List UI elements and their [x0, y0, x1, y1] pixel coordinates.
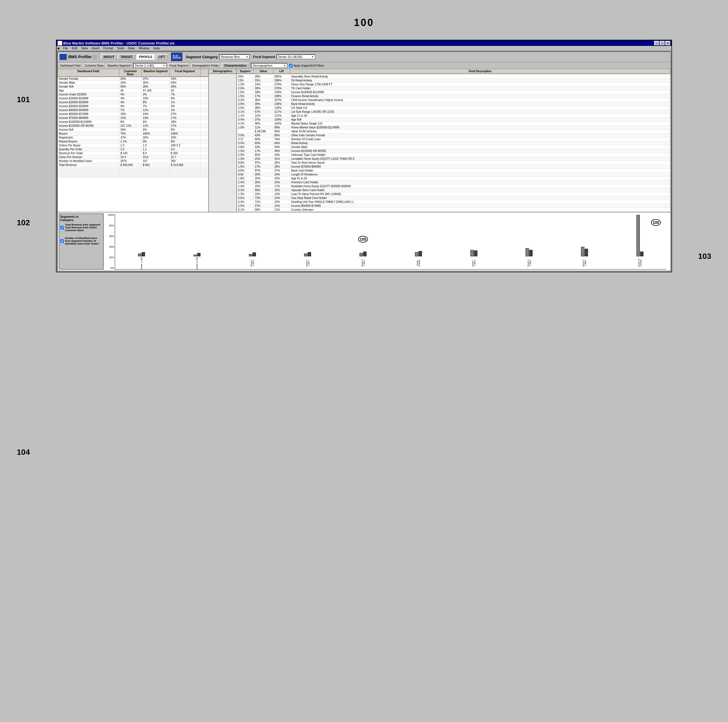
row-value: 4% [119, 93, 142, 96]
menu-tools[interactable]: Tools [115, 46, 126, 50]
bar-label: Decile 7 (>$45) [472, 257, 476, 269]
y-label-40: 40% [104, 246, 114, 248]
row-value: 10% [142, 96, 170, 100]
users-bar [142, 252, 145, 256]
maximize-button[interactable]: □ [660, 41, 665, 45]
row-value: 35% [142, 81, 170, 84]
th-support: Support [237, 69, 254, 73]
baseline-segment-dropdown[interactable]: Decile 2 (>$0) ▼ [133, 63, 167, 68]
menu-insert[interactable]: Insert [90, 46, 101, 50]
row-value: 1.3 [119, 143, 142, 147]
menu-help[interactable]: Help [152, 46, 162, 50]
tab-target[interactable]: TARGET [118, 54, 136, 60]
row-value: 47 169 [142, 89, 170, 92]
revenue-bar [359, 253, 363, 256]
tab-lift[interactable]: LIFT [156, 54, 168, 60]
description-cell: CRA Income Classification Higher Income [290, 98, 670, 102]
close-button[interactable]: × [665, 41, 670, 45]
bar-pair [526, 214, 532, 256]
metric-cell: 20% [254, 172, 273, 176]
tab-profile[interactable]: PROFILE [136, 54, 155, 60]
left-table-body: Gender Female26%37%19%Gender Male24%35%5… [58, 77, 208, 178]
table-row: 3.6%39%148%Bank Retail Activity [237, 102, 670, 106]
metric-cell: 2.6% [237, 87, 254, 90]
demographics-fields-header: Demographics Fields [191, 64, 220, 68]
y-label-100: 100% [104, 214, 114, 216]
table-row: 1.5%17%198%Finance Retail Activity [237, 94, 670, 98]
table-row: 3.4%37%109%Age N/A [237, 118, 670, 122]
bar-pair [581, 214, 588, 256]
table-row: Income $20000-$299994%8%1% [58, 101, 208, 104]
metric-cell: 74% [273, 137, 290, 141]
menu-data[interactable]: Data [126, 46, 136, 50]
legend-checkbox-2[interactable] [60, 239, 64, 243]
row-value: 8% [142, 101, 170, 104]
revenue-bar [526, 248, 529, 256]
row-label: Number of Identified Users [58, 159, 119, 163]
row-value [170, 169, 200, 170]
bar-group: Decile 9 (>$89) [558, 214, 611, 269]
row-label: Total Revenue [58, 163, 119, 167]
metric-cell: 28% [273, 165, 290, 168]
row-value: $ 313,066 [170, 163, 200, 167]
row-value: $ 9 [142, 151, 170, 155]
row-value: 7% [142, 104, 170, 108]
table-row: 5.4%60%64%Retail Activity [237, 141, 670, 145]
revenue-bar [636, 215, 640, 256]
row-value [119, 167, 142, 168]
row-label: Income $75000-$99999 [58, 116, 119, 120]
legend-checkbox-1[interactable] [60, 226, 64, 229]
apply-filters-label[interactable]: Apply Support/Lift Filters [289, 64, 324, 67]
row-value [170, 174, 200, 174]
focal-segment-dropdown[interactable]: Decile 10 (>$146) ▼ [276, 54, 315, 60]
table-row: Total Revenue$ 400,944$ 961$ 313,066 [58, 163, 208, 167]
bar-label: Decile 8 (>$59) [527, 257, 531, 269]
description-cell: Oil Retail Activity [290, 79, 670, 82]
revenue-bins-dropdown[interactable]: Revenue Bins ▼ [219, 54, 250, 60]
row-value [170, 177, 200, 178]
metric-cell [237, 130, 254, 133]
description-cell: Income $100000-$124999 [290, 90, 670, 94]
row-value: 107 [142, 159, 170, 163]
customer-base-header: Customer Base [83, 64, 105, 68]
row-value: 8% [170, 140, 200, 143]
metric-cell: 38% [254, 106, 273, 110]
dashboard-field-header: Dashboard Field [59, 64, 81, 68]
row-value: 11% [142, 124, 170, 128]
row-value: 9% [170, 96, 200, 100]
revenue-bar [193, 255, 197, 256]
characteristics-button[interactable]: Characteristics [222, 63, 249, 68]
tab-about[interactable]: ABOUT [101, 54, 117, 60]
metric-cell: 64% [273, 141, 290, 145]
row-label [58, 172, 119, 172]
bms-icon [59, 53, 67, 60]
bar-pair [138, 214, 145, 256]
description-cell: Length Of Residence [290, 172, 670, 176]
menu-window[interactable]: Window [137, 46, 151, 50]
demographics-dropdown[interactable]: Demographics ▼ [251, 63, 287, 68]
bar-pair [249, 214, 256, 256]
menu-format[interactable]: Format [102, 46, 115, 50]
apply-filters-checkbox[interactable] [289, 64, 293, 67]
minimize-button[interactable]: − [654, 41, 659, 45]
users-bar [474, 250, 477, 256]
row-label [58, 167, 119, 168]
row-value: 4% [119, 96, 142, 100]
menu-view[interactable]: View [80, 46, 90, 50]
th-baseline: Baseline Segment [142, 69, 170, 76]
bar-group: Decile 3 (>$10) [226, 214, 279, 269]
revenue-bar [415, 252, 418, 256]
menu-file[interactable]: File [61, 46, 70, 50]
row-value: 46 [119, 89, 142, 92]
row-label: Income $30000-$39999 [58, 104, 119, 108]
title-bar-buttons: − □ × [654, 41, 670, 45]
menu-edit[interactable]: Edit [70, 46, 79, 50]
users-bar [529, 250, 532, 256]
row-label: Orders Per Buyer [58, 143, 119, 147]
toolbar-separator: ||| [93, 54, 97, 60]
row-value: 4% [119, 101, 142, 104]
metric-cell: 298% [273, 79, 290, 82]
row-value: 11% [142, 108, 170, 112]
row-label: Income $40000-$49999 [58, 108, 119, 112]
right-table-headers: Support Value Lift Field Description [237, 69, 670, 74]
